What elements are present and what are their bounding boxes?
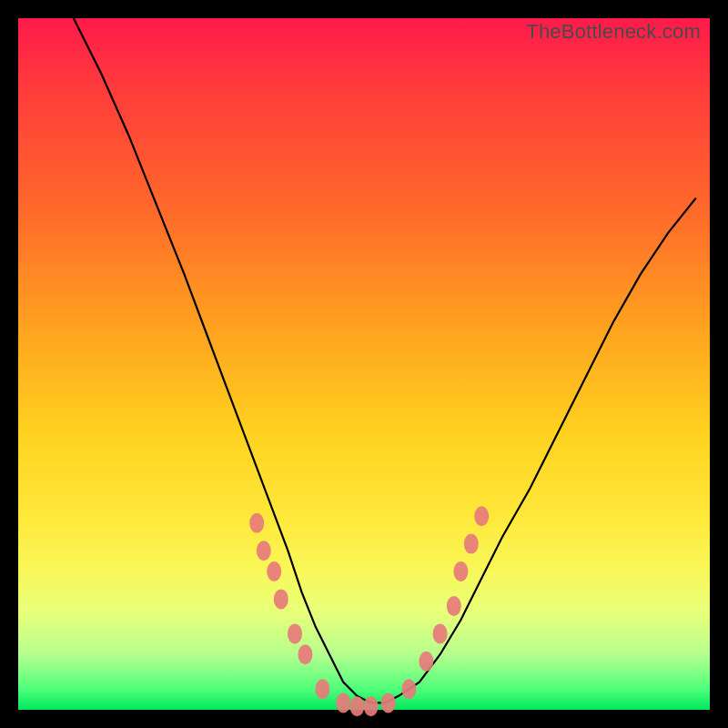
curve-layer	[18, 18, 710, 710]
data-marker	[315, 679, 329, 699]
data-marker	[401, 679, 416, 699]
data-marker	[267, 561, 281, 581]
data-marker	[433, 623, 448, 643]
plot-area: TheBottleneck.com	[18, 18, 710, 710]
data-marker	[336, 693, 350, 713]
data-marker	[257, 541, 271, 561]
data-marker	[381, 693, 396, 713]
bottleneck-curve	[74, 18, 696, 703]
data-marker	[249, 513, 264, 533]
chart-frame: TheBottleneck.com	[0, 0, 728, 728]
data-marker	[419, 652, 433, 672]
data-marker	[364, 696, 379, 716]
data-marker	[288, 623, 302, 643]
data-marker	[453, 561, 468, 581]
data-marker	[447, 596, 461, 616]
data-marker	[474, 506, 489, 526]
marker-group	[249, 506, 489, 716]
data-marker	[274, 589, 288, 609]
data-marker	[298, 644, 312, 664]
data-marker	[464, 534, 479, 554]
data-marker	[349, 696, 364, 716]
